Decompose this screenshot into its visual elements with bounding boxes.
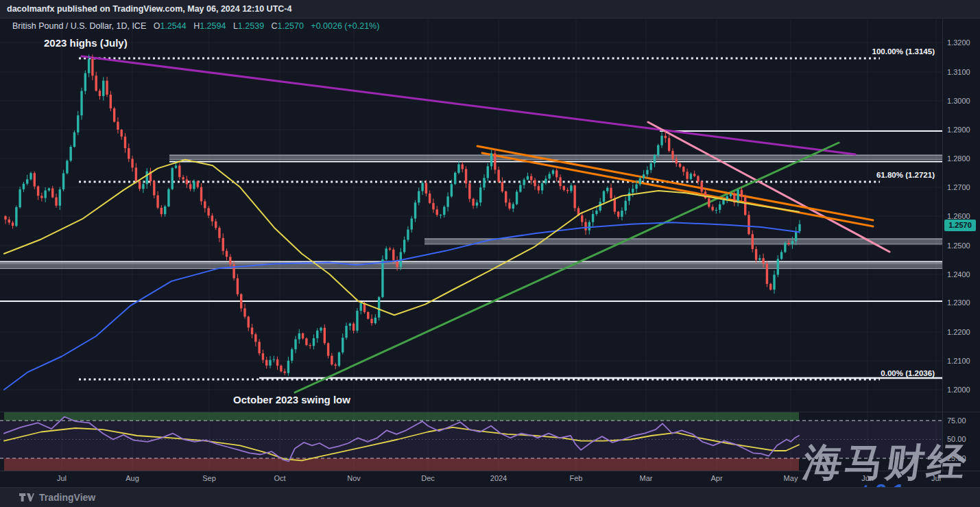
price-axis-label: 1.2100 bbox=[947, 357, 970, 365]
price-axis-label: 1.2900 bbox=[947, 126, 970, 134]
footer-bar: TradingView bbox=[0, 487, 980, 507]
time-axis-label: Oct bbox=[274, 474, 285, 482]
zone-1.2800[interactable] bbox=[169, 155, 942, 160]
price-axis-label: 1.2000 bbox=[947, 386, 970, 394]
time-axis-label: Nov bbox=[347, 474, 361, 482]
tradingview-logo-text: TradingView bbox=[39, 492, 95, 503]
annotation-2023-highs: 2023 highs (July) bbox=[44, 37, 128, 49]
price-axis[interactable]: 1.32001.31001.30001.29001.28001.27001.26… bbox=[942, 19, 980, 471]
open-value: 1.2544 bbox=[160, 21, 186, 31]
time-axis-label: Sep bbox=[202, 474, 216, 482]
close-value: 1.2570 bbox=[278, 21, 304, 31]
price-axis-label: 1.3200 bbox=[947, 38, 970, 47]
time-axis-label: Aug bbox=[126, 474, 139, 482]
fib-label-618: 61.80% (1.2721) bbox=[876, 171, 935, 179]
time-axis-label: Jul bbox=[57, 474, 67, 482]
price-axis-label: 1.2700 bbox=[947, 183, 970, 191]
time-axis-label: May bbox=[784, 474, 798, 482]
low-key: L bbox=[233, 21, 238, 31]
tradingview-logo[interactable]: TradingView bbox=[19, 492, 95, 503]
pane-separator[interactable] bbox=[0, 412, 980, 412]
close-key: C bbox=[272, 21, 278, 31]
purple-downtrend[interactable] bbox=[82, 56, 855, 154]
time-axis-label: 2024 bbox=[490, 474, 507, 482]
price-axis-label: 1.2300 bbox=[947, 298, 970, 307]
orange-channel-lower[interactable] bbox=[482, 153, 873, 226]
time-axis-label: Apr bbox=[710, 474, 722, 482]
annotation-october-low: October 2023 swing low bbox=[233, 394, 350, 405]
price-axis-label: 1.3100 bbox=[947, 68, 970, 76]
publish-bar: dacolmanfx published on TradingView.com,… bbox=[0, 0, 980, 19]
zone-1.2430[interactable] bbox=[0, 263, 942, 269]
high-key: H bbox=[193, 21, 200, 31]
fib-label-100: 100.00% (1.3145) bbox=[872, 47, 935, 56]
time-axis-label: Mar bbox=[640, 474, 653, 482]
fib-label-0: 0.00% (1.2036) bbox=[881, 369, 935, 377]
price-axis-label: 1.3000 bbox=[947, 97, 970, 105]
tradingview-logo-icon bbox=[19, 493, 34, 502]
time-axis-label: Feb bbox=[570, 474, 583, 482]
time-axis-label: Dec bbox=[421, 474, 435, 482]
ma-blue-line[interactable] bbox=[4, 222, 799, 390]
price-axis-label: 1.2200 bbox=[947, 328, 970, 336]
price-axis-label: 75.00 bbox=[947, 416, 966, 425]
last-price-badge: 1.2570 bbox=[944, 220, 976, 231]
change-value: +0.0026 (+0.21%) bbox=[311, 21, 379, 31]
tradingview-chart-screenshot: dacolmanfx published on TradingView.com,… bbox=[0, 0, 980, 507]
price-axis-label: 1.2800 bbox=[947, 154, 970, 163]
open-key: O bbox=[154, 21, 160, 31]
symbol-legend: British Pound / U.S. Dollar, 1D, ICE O1.… bbox=[12, 21, 379, 31]
publish-bar-text: dacolmanfx published on TradingView.com,… bbox=[7, 4, 291, 14]
price-chart-svg[interactable] bbox=[0, 0, 980, 507]
high-value: 1.2594 bbox=[200, 21, 226, 31]
price-axis-label: 1.2500 bbox=[947, 241, 970, 250]
low-value: 1.2539 bbox=[238, 21, 264, 31]
price-axis-label: 1.2400 bbox=[947, 270, 970, 279]
symbol-title: British Pound / U.S. Dollar, 1D, ICE bbox=[12, 21, 146, 31]
